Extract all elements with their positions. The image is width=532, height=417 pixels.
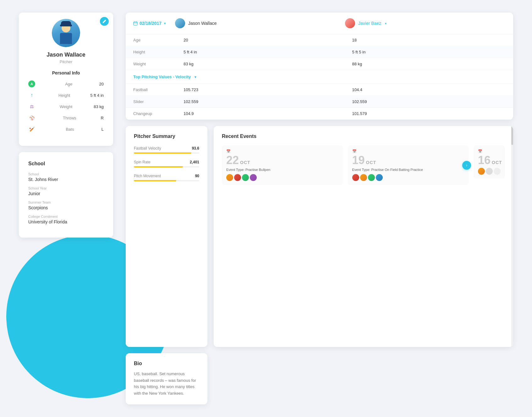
events-next-button[interactable]: › [462,161,471,170]
fastball-velocity-label-row: Fastball Velocity 93.6 [134,146,199,151]
edit-button[interactable] [100,17,109,26]
profile-role: Pitcher [28,59,104,64]
weight-stat-val2: 88 kg [345,58,513,70]
event-3-avatar-1 [478,168,485,175]
event-card-3: 📅 16 OCT [474,145,505,178]
weight-icon: ⚖ [28,103,35,110]
pitch-movement-bar-fill [134,180,176,181]
school-field-college: College Comitment University of Florida [28,215,104,224]
slider-val2: 102.559 [345,96,513,108]
spin-rate-value: 2,401 [190,160,199,164]
right-column: 02/18/2017 ▾ Jason Wallace Javier Baez ▾ [126,13,513,404]
event-2-month: OCT [366,160,376,165]
pitch-movement-stat: Pitch Movement 90 [134,174,199,181]
spin-rate-bar-fill [134,166,183,167]
school-year-label: School Year [28,186,104,190]
age-stat-val2: 18 [345,34,513,46]
age-stat-val1: 20 [176,34,345,46]
personal-info-rows: A Age 20 ↑ Height 5 ft 4 in ⚖ Weight 83 … [28,80,104,133]
weight-row: ⚖ Weight 83 kg [28,103,104,110]
profile-name: Jason Wallace [28,52,104,58]
comparison-table: Age 20 18 Height 5 ft 4 in 5 ft 5 in Wei… [126,34,513,120]
pitcher-summary-card: Pitcher Summary Fastball Velocity 93.6 S… [126,126,207,347]
event-1-avatar-1 [226,174,233,181]
throws-value: R [101,116,104,120]
weight-stat-row: Weight 83 kg 88 kg [126,58,513,70]
event-1-month: OCT [240,160,250,165]
event-1-day: 22 [226,155,239,166]
weight-stat-label: Weight [126,58,176,70]
fastball-velocity-bar-fill [134,152,191,154]
event-1-date-row: 22 OCT [226,155,338,166]
comparison-header: 02/18/2017 ▾ Jason Wallace Javier Baez ▾ [126,13,513,34]
event-3-header: 📅 [478,149,501,153]
player2-name[interactable]: Javier Baez [358,21,381,26]
height-label: Height [38,93,90,98]
event-2-avatars [352,174,464,181]
player-body [60,33,72,44]
events-row: 📅 22 OCT Event Type: Practise Bullpen [222,145,505,185]
player2-chevron-icon: ▾ [385,22,387,25]
fastball-label: Fastball [126,84,176,96]
event-3-date-row: 16 OCT [478,155,501,166]
fastball-val1: 105.723 [176,84,345,96]
weight-stat-val1: 83 kg [176,58,345,70]
pitch-movement-bar-bg [134,180,199,181]
school-card: School School St. Johns River School Yea… [19,152,113,238]
school-field-team: Summer Team Scorpions [28,200,104,210]
age-stat-label: Age [126,34,176,46]
event-3-day: 16 [478,155,491,166]
recent-events-card: Recent Events 📅 22 OCT Event Type: Pract… [214,126,513,347]
comparison-card: 02/18/2017 ▾ Jason Wallace Javier Baez ▾ [126,13,513,120]
event-1-avatar-2 [234,174,241,181]
pitch-movement-value: 90 [195,174,199,178]
event-3-avatars [478,168,501,175]
height-stat-row: Height 5 ft 4 in 5 ft 5 in [126,46,513,58]
event-2-avatar-1 [352,174,359,181]
avatar-image [52,19,80,47]
comparison-date-label: 02/18/2017 [140,21,162,26]
summer-team-label: Summer Team [28,200,104,204]
school-field-year: School Year Junior [28,186,104,196]
bats-icon: 🏏 [28,126,35,133]
comparison-player2[interactable]: Javier Baez ▾ [336,18,506,28]
event-card-2: 📅 19 OCT Event Type: Practise On Field B… [348,145,469,185]
pitcher-summary-title: Pitcher Summary [134,134,199,139]
event-2-day: 19 [352,155,365,166]
changeup-stat-row: Changeup 104.9 101.579 [126,108,513,120]
bio-text: US, baseball. Set numerous baseball reco… [134,371,199,397]
player-hat [61,21,71,25]
personal-info-title: Personal Info [28,70,104,75]
velocity-section-header[interactable]: Top Pitching Values - Velocity ▾ [126,70,513,84]
slider-stat-row: Slider 102.559 102.559 [126,96,513,108]
fastball-val2: 104.4 [345,84,513,96]
comparison-date[interactable]: 02/18/2017 ▾ [133,21,166,26]
weight-value: 83 kg [94,104,104,109]
event-1-type: Event Type: Practise Bullpen [226,168,338,172]
event-card-1: 📅 22 OCT Event Type: Practise Bullpen [222,145,343,185]
event-2-calendar-icon: 📅 [352,149,357,153]
spin-rate-stat: Spin Rate 2,401 [134,160,199,167]
changeup-val1: 104.9 [176,108,345,120]
college-value: University of Florida [28,219,104,224]
fastball-velocity-value: 93.6 [192,146,199,151]
school-year-value: Junior [28,191,104,196]
throws-label: Throws [38,116,101,120]
fastball-velocity-label: Fastball Velocity [134,146,161,151]
event-1-avatar-3 [242,174,249,181]
velocity-section-label[interactable]: Top Pitching Values - Velocity ▾ [126,70,513,84]
event-1-avatars [226,174,338,181]
school-section-title: School [28,161,104,167]
event-2-type: Event Type: Practise On Field Batting Pr… [352,168,464,172]
summer-team-value: Scorpions [28,205,104,210]
age-stat-row: Age 20 18 [126,34,513,46]
college-label: College Comitment [28,215,104,218]
avatar [52,19,80,47]
scrollbar-track[interactable] [511,126,513,347]
bats-label: Bats [38,127,101,132]
event-1-header: 📅 [226,149,338,153]
height-stat-val2: 5 ft 5 in [345,46,513,58]
scrollbar-thumb[interactable] [511,126,513,145]
event-3-month: OCT [492,160,502,165]
profile-card: Jason Wallace Pitcher Personal Info A Ag… [19,13,113,146]
